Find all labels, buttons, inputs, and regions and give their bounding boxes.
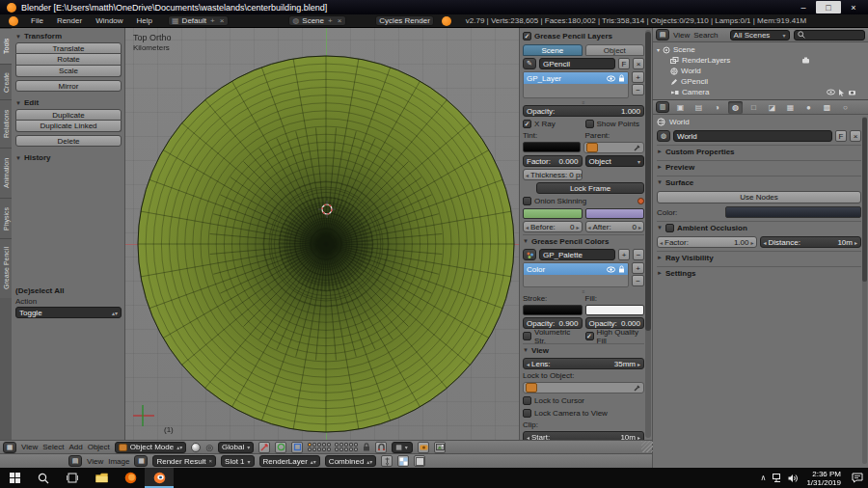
network-icon[interactable] xyxy=(770,468,785,488)
panel-header-surface[interactable]: ▼ Surface xyxy=(657,176,861,188)
add-color-button[interactable]: + xyxy=(632,262,644,274)
show-points-checkbox[interactable]: Show Points xyxy=(585,119,645,129)
snap-element-dropdown[interactable]: ▦ ▾ xyxy=(392,442,413,453)
gp-source-tab-scene[interactable]: Scene xyxy=(523,44,583,56)
lock-to-cursor-checkbox[interactable]: Lock to Cursor xyxy=(523,395,644,406)
image-pin-icon[interactable] xyxy=(381,455,393,467)
outliner-item-scene[interactable]: ▾ Scene xyxy=(657,44,868,55)
minimize-button[interactable]: – xyxy=(791,1,816,14)
add-layout-icon[interactable]: + xyxy=(209,16,216,25)
use-nodes-button[interactable]: Use Nodes xyxy=(657,191,861,203)
selectability-cursor-icon[interactable] xyxy=(838,89,845,96)
menu-help[interactable]: Help xyxy=(131,16,158,25)
screen-layout-selector[interactable]: ▦ Default + × xyxy=(168,15,229,26)
scene-selector[interactable]: ◍ Scene + × xyxy=(288,15,346,26)
remove-layout-icon[interactable]: × xyxy=(219,16,226,25)
panel-header-ambient-occlusion[interactable]: ▼ Ambient Occlusion xyxy=(657,221,861,233)
display-mode-dropdown[interactable]: All Scenes ▾ xyxy=(730,30,790,41)
props-tab-object[interactable]: □ xyxy=(746,101,761,114)
gp-layer-row[interactable]: GP_Layer xyxy=(524,72,628,84)
visibility-eye-icon[interactable] xyxy=(607,75,615,82)
volumetric-strokes-checkbox[interactable]: Volumetric Str. xyxy=(523,331,583,341)
high-quality-fill-checkbox[interactable]: ✓High Quality Fill xyxy=(585,331,645,341)
slot-dropdown[interactable]: Slot 1 ▾ xyxy=(221,455,254,467)
world-color-swatch[interactable] xyxy=(725,206,861,218)
outliner-search-field[interactable] xyxy=(794,30,865,41)
tab-physics[interactable]: Physics xyxy=(0,198,12,238)
onion-before-color-swatch[interactable] xyxy=(523,208,583,219)
tab-create[interactable]: Create xyxy=(0,64,12,99)
panel-header-preview[interactable]: ► Preview xyxy=(657,160,861,173)
panel-header-view[interactable]: ▼ View xyxy=(523,343,644,356)
list-resize-handle[interactable]: ≡ xyxy=(523,100,644,103)
lock-object-field[interactable] xyxy=(523,382,644,393)
delete-button[interactable]: Delete xyxy=(15,135,122,147)
render-pass-dropdown[interactable]: Combined ▴▾ xyxy=(325,455,377,467)
display-channels-alpha-icon[interactable] xyxy=(414,455,425,467)
world-datablock-field[interactable]: World xyxy=(673,130,832,142)
snap-magnet-icon[interactable] xyxy=(375,442,387,453)
renderability-camera-icon[interactable] xyxy=(848,89,856,95)
duplicate-button[interactable]: Duplicate xyxy=(15,109,122,121)
fake-user-button[interactable]: F xyxy=(618,58,630,69)
panel-header-custom-properties[interactable]: ► Custom Properties xyxy=(657,145,861,157)
tint-color-swatch[interactable] xyxy=(523,142,581,152)
expand-triangle-icon[interactable]: ▾ xyxy=(657,46,660,53)
onion-after-stepper[interactable]: ◂After:0▸ xyxy=(585,221,645,232)
lock-icon[interactable] xyxy=(618,74,625,82)
tab-relations[interactable]: Relations xyxy=(0,99,12,148)
render-opengl-animation-icon[interactable] xyxy=(434,442,446,453)
duplicate-linked-button[interactable]: Duplicate Linked xyxy=(15,121,122,132)
editor-type-icon[interactable]: ▥ xyxy=(656,101,669,113)
gp-datablock-menu-icon[interactable]: ✎ xyxy=(523,58,536,69)
rotate-button[interactable]: Rotate xyxy=(15,54,122,66)
layer-buttons[interactable] xyxy=(308,443,358,451)
stroke-color-swatch[interactable] xyxy=(523,305,583,315)
maximize-button[interactable]: □ xyxy=(816,1,841,14)
lock-frame-button[interactable]: Lock Frame xyxy=(536,182,644,194)
panel-header-ray-visibility[interactable]: ► Ray Visibility xyxy=(657,251,861,263)
lens-slider[interactable]: ◂Lens:35mm▸ xyxy=(523,358,644,369)
panel-header-transform[interactable]: ▼ Transform xyxy=(15,30,122,42)
menu-window[interactable]: Window xyxy=(90,16,128,25)
world-datablock-menu-icon[interactable]: ◍ xyxy=(657,130,670,142)
action-center-icon[interactable] xyxy=(847,468,868,488)
ao-factor-stepper[interactable]: ◂Factor:1.00▸ xyxy=(657,236,757,248)
outliner-menu-search[interactable]: Search xyxy=(693,31,718,40)
panel-header-settings[interactable]: ► Settings xyxy=(657,266,861,279)
mirror-button[interactable]: Mirror xyxy=(15,80,122,92)
pivot-point-icon[interactable]: ◎ xyxy=(205,443,213,452)
unlink-icon[interactable]: × xyxy=(209,458,213,464)
outliner-item-camera[interactable]: Camera xyxy=(657,87,868,97)
editor-type-icon[interactable]: ▤ xyxy=(656,29,669,41)
props-tab-world[interactable]: ◍ xyxy=(728,101,743,114)
visibility-eye-icon[interactable] xyxy=(607,266,615,273)
area-resize-grip[interactable] xyxy=(641,441,653,452)
panel-header-edit[interactable]: ▼ Edit xyxy=(15,96,122,109)
tint-factor-slider[interactable]: Factor:0.000 xyxy=(523,155,583,167)
gp-source-tab-object[interactable]: Object xyxy=(585,44,645,56)
unlink-datablock-button[interactable]: × xyxy=(850,130,861,142)
ao-distance-slider[interactable]: ◂Distance:10m▸ xyxy=(760,236,862,248)
props-tab-physics[interactable]: ○ xyxy=(838,101,853,114)
visibility-eye-icon[interactable] xyxy=(827,89,835,95)
menu-file[interactable]: File xyxy=(25,16,49,25)
manipulator-translate-icon[interactable] xyxy=(258,442,270,453)
remove-palette-button[interactable]: − xyxy=(633,249,644,260)
blender-taskbar-icon[interactable] xyxy=(145,468,174,488)
translate-button[interactable]: Translate xyxy=(15,42,122,54)
gp-datablock-field[interactable]: GPencil xyxy=(539,58,615,69)
mode-dropdown[interactable]: Object Mode ▴▾ xyxy=(115,442,186,453)
add-palette-button[interactable]: + xyxy=(618,249,630,260)
fake-user-button[interactable]: F xyxy=(835,130,847,142)
viewport-3d[interactable]: Top Ortho Kilometers (1) xyxy=(125,28,519,440)
props-tab-texture[interactable]: ▩ xyxy=(820,101,834,114)
outliner-menu-view[interactable]: View xyxy=(673,31,690,40)
props-tab-render[interactable]: ▣ xyxy=(673,101,688,114)
close-button[interactable]: × xyxy=(841,1,866,14)
manipulator-rotate-icon[interactable] xyxy=(275,442,286,453)
tab-grease-pencil[interactable]: Grease Pencil xyxy=(0,238,12,298)
renderability-icon[interactable] xyxy=(801,57,810,64)
remove-layer-button[interactable]: − xyxy=(632,84,644,95)
clip-start-slider[interactable]: ◂Start:10m▸ xyxy=(523,431,644,440)
